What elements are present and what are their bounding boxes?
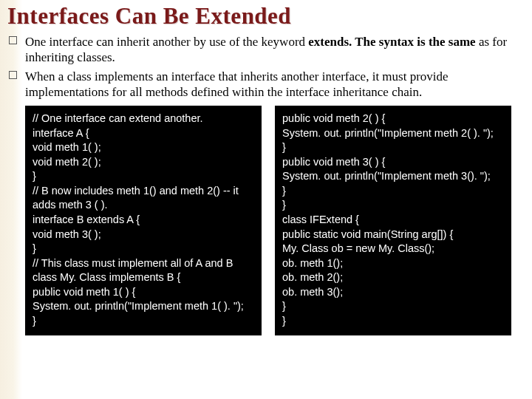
bullet-item: One interface can inherit another by use… [9,34,525,66]
checkbox-icon [9,71,17,79]
bullet-keyword: extends. The syntax is the same [308,35,475,49]
bullet-text-pre: When a class implements an interface tha… [25,69,449,99]
bullet-list: One interface can inherit another by use… [9,34,525,100]
bullet-text-pre: One interface can inherit another by use… [25,35,308,49]
code-block-right: public void meth 2( ) { System. out. pri… [275,106,511,335]
slide-title: Interfaces Can Be Extended [7,3,525,30]
code-block-left: // One interface can extend another. int… [25,106,262,335]
code-row: // One interface can extend another. int… [7,106,525,335]
checkbox-icon [9,36,17,44]
bullet-item: When a class implements an interface tha… [9,69,525,100]
slide-content: Interfaces Can Be Extended One interface… [0,0,532,343]
